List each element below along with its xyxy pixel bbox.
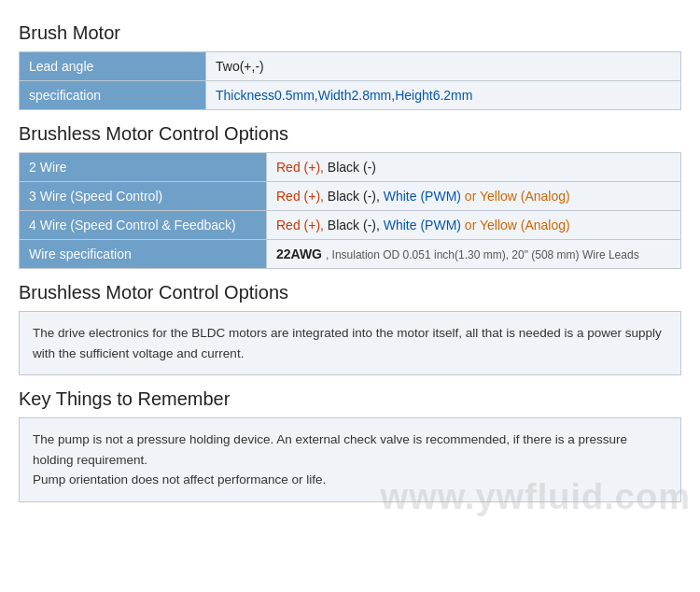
key-things-box: The pump is not a pressure holding devic…: [19, 417, 681, 502]
label-4wire: 4 Wire (Speed Control & Feedback): [20, 211, 267, 240]
key-things-line-2: Pump orientation does not affect perform…: [33, 470, 667, 490]
text-dark: Black (-): [328, 160, 376, 175]
label-specification: specification: [20, 81, 206, 110]
text-blue: White (PWM): [384, 189, 461, 204]
text-red: Red (+),: [276, 189, 324, 204]
text-orange: or Yellow (Analog): [465, 189, 570, 204]
value-lead-angle: Two(+,-): [206, 52, 681, 81]
table-row: specification Thickness0.5mm,Width2.8mm,…: [20, 81, 681, 110]
text-red: Red (+),: [276, 218, 324, 233]
label-3wire: 3 Wire (Speed Control): [20, 182, 267, 211]
value-4wire: Red (+), Black (-), White (PWM) or Yello…: [267, 211, 681, 240]
label-lead-angle: Lead angle: [20, 52, 206, 81]
key-things-title: Key Things to Remember: [19, 388, 681, 410]
spec-text: Thickness0.5mm,Width2.8mm,Height6.2mm: [216, 88, 472, 103]
value-3wire: Red (+), Black (-), White (PWM) or Yello…: [267, 182, 681, 211]
table-row: 2 Wire Red (+), Black (-): [20, 153, 681, 182]
text-red: Red (+),: [276, 160, 324, 175]
key-things-line-1: The pump is not a pressure holding devic…: [33, 430, 667, 470]
table-row: Wire specification 22AWG , Insulation OD…: [20, 240, 681, 269]
table-row: 3 Wire (Speed Control) Red (+), Black (-…: [20, 182, 681, 211]
value-2wire: Red (+), Black (-): [267, 153, 681, 182]
text-dark: Black (-),: [328, 189, 380, 204]
text-awg: 22AWG: [276, 247, 322, 261]
value-wire-spec: 22AWG , Insulation OD 0.051 inch(1.30 mm…: [267, 240, 681, 269]
brushless-control-title: Brushless Motor Control Options: [19, 123, 681, 145]
brushless-control-table: 2 Wire Red (+), Black (-) 3 Wire (Speed …: [19, 152, 681, 269]
page-wrapper: Brush Motor Lead angle Two(+,-) specific…: [0, 0, 700, 527]
text-blue: White (PWM): [384, 218, 461, 233]
text-dark: Black (-),: [328, 218, 380, 233]
table-row: Lead angle Two(+,-): [20, 52, 681, 81]
brush-motor-table: Lead angle Two(+,-) specification Thickn…: [19, 51, 681, 110]
table-row: 4 Wire (Speed Control & Feedback) Red (+…: [20, 211, 681, 240]
brush-motor-title: Brush Motor: [19, 22, 681, 44]
value-specification: Thickness0.5mm,Width2.8mm,Height6.2mm: [206, 81, 681, 110]
brushless-desc-title: Brushless Motor Control Options: [19, 282, 681, 303]
label-wire-spec: Wire specification: [20, 240, 267, 269]
brushless-description-text: The drive electronics for the BLDC motor…: [33, 326, 662, 360]
text-orange: or Yellow (Analog): [465, 218, 570, 233]
text-wire-detail: , Insulation OD 0.051 inch(1.30 mm), 20"…: [326, 248, 639, 261]
brushless-description-box: The drive electronics for the BLDC motor…: [19, 311, 681, 375]
label-2wire: 2 Wire: [20, 153, 267, 182]
